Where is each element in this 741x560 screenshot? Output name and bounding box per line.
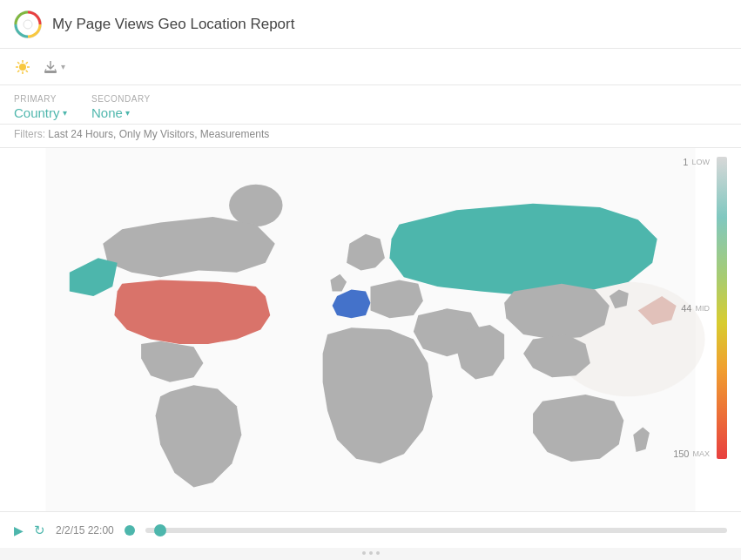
legend: 1 LOW 44 MID 150 MAX 150	[657, 157, 727, 459]
export-chevron: ▾	[61, 62, 65, 71]
status-indicator	[125, 525, 135, 536]
svg-line-9	[17, 70, 19, 71]
world-map	[0, 148, 741, 511]
map-container: 1 LOW 44 MID 150 MAX 150	[0, 148, 741, 511]
legend-mid-value: 44	[681, 303, 691, 314]
svg-line-7	[17, 62, 19, 64]
page-title: My Page Views Geo Location Report	[52, 16, 294, 33]
svg-point-1	[24, 20, 32, 29]
legend-low-value: 1	[683, 157, 688, 167]
controls-row: PRIMARY Country ▾ SECONDARY None ▾	[0, 85, 741, 125]
legend-max-label: MAX	[692, 449, 710, 458]
primary-chevron: ▾	[63, 108, 67, 118]
legend-mid: 44 MID	[673, 303, 710, 314]
logo-icon	[14, 10, 42, 38]
svg-rect-11	[44, 71, 57, 73]
secondary-label: SECONDARY	[91, 94, 151, 104]
sun-button[interactable]	[14, 58, 31, 76]
primary-label: PRIMARY	[14, 94, 67, 104]
toolbar: ▾	[0, 49, 741, 85]
secondary-chevron: ▾	[125, 108, 130, 118]
download-icon	[42, 58, 59, 76]
dot-3	[376, 551, 380, 555]
progress-thumb[interactable]	[154, 524, 166, 536]
dot-2	[369, 551, 373, 555]
refresh-button[interactable]: ↻	[34, 523, 45, 538]
legend-low: 1 LOW	[673, 157, 710, 167]
filters-row: Filters: Last 24 Hours, Only My Visitors…	[0, 125, 741, 148]
legend-mid-label: MID	[696, 304, 711, 313]
sun-icon	[14, 58, 31, 76]
progress-track[interactable]	[145, 528, 727, 533]
bottom-dots	[0, 548, 741, 560]
legend-gradient	[717, 157, 727, 459]
svg-line-10	[26, 62, 28, 64]
primary-control: PRIMARY Country ▾	[14, 94, 67, 120]
svg-point-2	[19, 64, 26, 71]
primary-dropdown[interactable]: Country ▾	[14, 105, 67, 120]
bottom-bar: ▶ ↻ 2/2/15 22:00	[0, 511, 741, 548]
filters-values: Last 24 Hours, Only My Visitors, Measure…	[48, 128, 269, 140]
export-button[interactable]: ▾	[42, 58, 65, 76]
secondary-control: SECONDARY None ▾	[91, 94, 151, 120]
page-wrapper: My Page Views Geo Location Report	[0, 0, 741, 560]
timestamp: 2/2/15 22:00	[56, 524, 114, 536]
svg-line-8	[26, 70, 28, 71]
legend-max: 150 MAX	[673, 449, 710, 459]
secondary-dropdown[interactable]: None ▾	[91, 105, 151, 120]
filters-label: Filters:	[14, 128, 45, 140]
play-button[interactable]: ▶	[14, 523, 24, 537]
legend-labels: 1 LOW 44 MID 150 MAX	[673, 157, 713, 459]
dot-1	[362, 551, 366, 555]
header: My Page Views Geo Location Report	[0, 0, 741, 49]
legend-max-value: 150	[673, 449, 689, 459]
svg-point-14	[229, 185, 282, 226]
legend-low-label: LOW	[691, 158, 710, 166]
legend-bar: 1 LOW 44 MID 150 MAX 150	[673, 157, 727, 459]
